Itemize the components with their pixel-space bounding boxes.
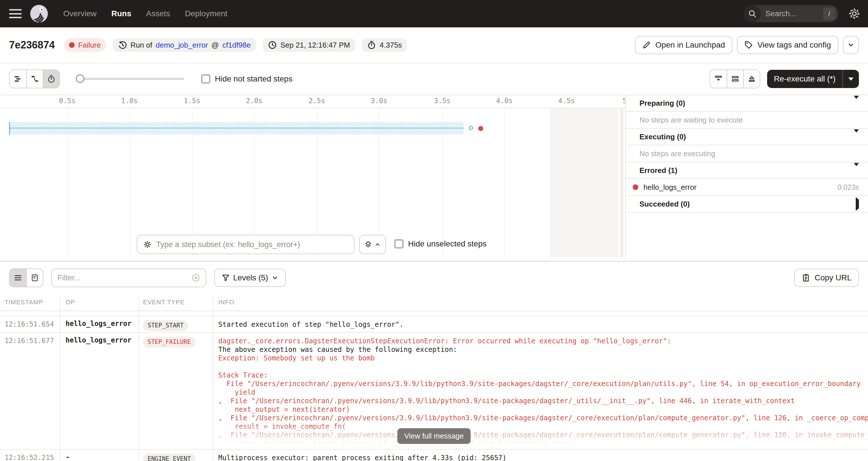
hamburger-menu-icon[interactable] [9, 9, 22, 18]
search-shortcut-key: / [823, 7, 836, 20]
section-executing[interactable]: Executing (0) [626, 129, 868, 145]
step-duration: 0.023s [838, 183, 859, 191]
dagster-logo[interactable] [30, 4, 49, 23]
clipboard-icon [802, 274, 810, 282]
gantt-chart[interactable]: 0.5s 1.0s 1.5s 2.0s 2.5s 3.0s 3.5s 4.0s … [0, 95, 625, 261]
hide-not-started-checkbox[interactable]: Hide not started steps [201, 74, 292, 84]
search-input[interactable]: Search... / [744, 5, 838, 22]
levels-dropdown-button[interactable]: Levels (5) [214, 269, 286, 287]
checkbox-box[interactable] [394, 239, 404, 248]
log-row-engine-event[interactable]: 12:16:52.215 - ENGINE_EVENT Multiprocess… [0, 450, 868, 461]
step-output-marker[interactable] [469, 126, 473, 130]
step-error-dot-icon [632, 184, 638, 190]
nav-item-deployment[interactable]: Deployment [185, 9, 227, 18]
gantt-waterfall-view-button[interactable] [26, 70, 43, 88]
axis-tick: 3.0s [371, 97, 387, 105]
duration-tag: 4.375s [362, 38, 407, 52]
search-placeholder: Search... [761, 9, 823, 18]
gantt-timed-view-button[interactable] [43, 70, 59, 88]
collapse-caret-icon[interactable] [854, 99, 859, 108]
timestamp-tag: Sep 21, 12:16:47 PM [263, 38, 355, 52]
view-full-message-button[interactable]: View full message [397, 428, 470, 444]
reexecute-all-button[interactable]: Re-execute all (*) [767, 70, 859, 88]
step-name: hello_logs_error [644, 183, 696, 192]
axis-tick: 4.0s [496, 97, 513, 105]
executing-empty-text: No steps are executing [626, 145, 868, 162]
open-in-launchpad-button[interactable]: Open in Launchpad [635, 36, 732, 54]
checkbox-box[interactable] [201, 74, 210, 84]
view-tags-config-button[interactable]: View tags and config [737, 36, 838, 54]
step-subset-input[interactable] [156, 240, 348, 249]
log-row-step-failure[interactable]: 12:16:51.677 hello_logs_error STEP_FAILU… [0, 333, 868, 450]
run-id: 7e236874 [9, 39, 55, 51]
commit-link[interactable]: cf1df98e [222, 41, 251, 50]
axis-tick: 4.5s [558, 97, 575, 105]
section-preparing[interactable]: Preparing (0) [626, 95, 868, 112]
layers-icon [364, 241, 372, 248]
axis-tick: 5 [623, 97, 625, 105]
log-error-message: dagster._core.errors.DagsterExecutionSte… [213, 333, 868, 451]
copy-url-button[interactable]: Copy URL [794, 269, 859, 287]
timer-icon [367, 40, 376, 50]
log-op: hello_logs_error [60, 333, 138, 451]
run-top-pane: 0.5s 1.0s 1.5s 2.0s 2.5s 3.0s 3.5s 4.0s … [0, 95, 868, 262]
log-row-step-start[interactable]: 12:16:51.654 hello_logs_error STEP_START… [0, 316, 868, 333]
op-selector-icon [143, 240, 152, 249]
slider-knob[interactable] [76, 74, 84, 83]
gantt-step-bar[interactable] [9, 122, 463, 134]
axis-tick: 2.5s [309, 97, 325, 105]
gear-icon[interactable] [848, 8, 860, 19]
tag-icon [744, 41, 753, 49]
clear-filter-icon[interactable] [191, 274, 200, 282]
nav-item-overview[interactable]: Overview [63, 9, 97, 18]
collapse-caret-icon[interactable] [854, 132, 859, 141]
split-panels-button[interactable] [727, 70, 743, 88]
errored-step-row[interactable]: hello_logs_error 0.023s [626, 179, 868, 196]
run-of-tag: Run of demo_job_error @ cf1df98e [113, 38, 256, 52]
log-row-partial[interactable] [0, 311, 868, 316]
log-table-header: TIMESTAMP OP EVENT TYPE INFO [0, 294, 868, 311]
reexecute-dropdown-caret[interactable] [843, 78, 859, 81]
caret-up-icon [374, 241, 381, 248]
collapse-caret-icon[interactable] [854, 166, 859, 175]
expand-caret-icon[interactable] [856, 200, 859, 209]
section-succeeded[interactable]: Succeeded (0) [626, 196, 868, 213]
graph-query-layers-button[interactable] [359, 235, 386, 254]
history-icon [118, 40, 127, 50]
axis-tick: 0.5s [59, 97, 75, 105]
status-badge: Failure [64, 38, 106, 52]
log-toolbar: Levels (5) Copy URL [0, 262, 868, 294]
section-errored[interactable]: Errored (1) [626, 162, 868, 179]
log-filter-input[interactable] [58, 274, 191, 282]
gantt-flat-view-button[interactable] [10, 70, 26, 88]
clock-icon [268, 40, 277, 50]
log-timestamp: 12:16:51.677 [0, 333, 60, 451]
log-list-view-button[interactable] [10, 269, 26, 287]
step-failure-marker[interactable] [478, 126, 483, 131]
search-icon [744, 5, 761, 22]
axis-tick: 2.0s [246, 97, 262, 105]
top-nav: Overview Runs Assets Deployment Search..… [0, 0, 868, 27]
step-status-panel: Preparing (0) No steps are waiting to ex… [625, 95, 868, 261]
failure-dot-icon [69, 42, 75, 48]
filter-funnel-icon [222, 274, 230, 282]
nav-item-assets[interactable]: Assets [146, 9, 170, 18]
log-structured-view-button[interactable] [26, 269, 43, 287]
log-info: Started execution of step "hello_logs_er… [213, 316, 868, 332]
gantt-zoom-slider[interactable] [76, 74, 184, 84]
chevron-down-icon [847, 41, 855, 49]
col-timestamp: TIMESTAMP [0, 294, 60, 311]
gantt-toolbar: Hide not started steps Re-execute all (*… [0, 63, 868, 95]
log-table: TIMESTAMP OP EVENT TYPE INFO 12:16:51.65… [0, 294, 868, 461]
hide-unselected-checkbox[interactable]: Hide unselected steps [394, 239, 487, 248]
axis-tick: 1.0s [121, 97, 137, 105]
nav-item-runs[interactable]: Runs [112, 9, 131, 18]
header-more-actions-button[interactable] [843, 36, 859, 54]
log-op: hello_logs_error [60, 316, 138, 332]
panel-layout-control [710, 69, 760, 88]
expand-up-panel-button[interactable] [743, 70, 760, 88]
collapse-down-panel-button[interactable] [710, 70, 727, 88]
job-link[interactable]: demo_job_error [156, 41, 208, 50]
event-type-badge: STEP_FAILURE [143, 337, 195, 347]
log-timestamp: 12:16:52.215 [0, 450, 60, 461]
